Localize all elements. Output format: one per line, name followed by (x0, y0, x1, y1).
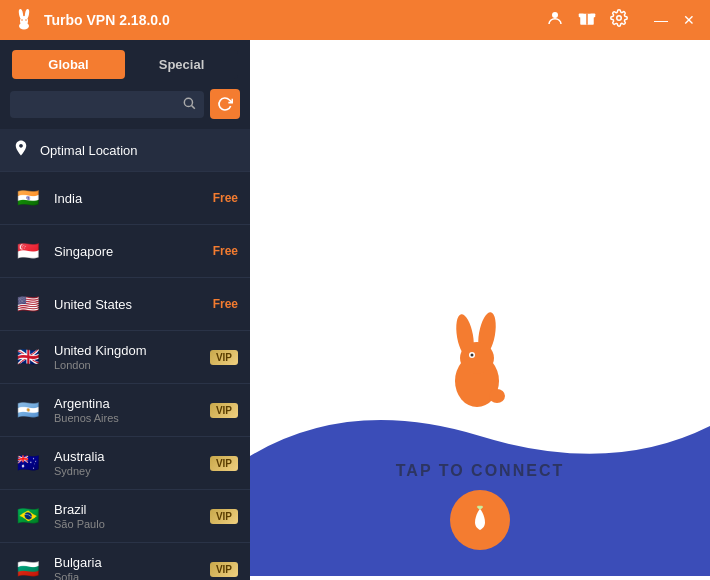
minimize-button[interactable]: — (652, 12, 670, 28)
server-name-singapore: Singapore (54, 244, 203, 259)
svg-point-16 (460, 342, 494, 374)
server-info-bulgaria: Bulgaria Sofia (54, 555, 200, 580)
location-icon (12, 139, 30, 161)
server-sub-uk: London (54, 359, 200, 371)
badge-vip-australia: VIP (210, 456, 238, 471)
server-item-argentina[interactable]: 🇦🇷 Argentina Buenos Aires VIP (0, 384, 250, 437)
badge-free-singapore: Free (213, 244, 238, 258)
server-name-uk: United Kingdom (54, 343, 200, 358)
badge-vip-bulgaria: VIP (210, 562, 238, 577)
server-name-brazil: Brazil (54, 502, 200, 517)
server-name-india: India (54, 191, 203, 206)
server-item-india[interactable]: 🇮🇳 India Free (0, 172, 250, 225)
server-info-us: United States (54, 297, 203, 312)
server-item-singapore[interactable]: 🇸🇬 Singapore Free (0, 225, 250, 278)
server-item-brazil[interactable]: 🇧🇷 Brazil São Paulo VIP (0, 490, 250, 543)
server-sub-argentina: Buenos Aires (54, 412, 200, 424)
search-icon (182, 96, 196, 113)
server-name-australia: Australia (54, 449, 200, 464)
flag-singapore: 🇸🇬 (12, 235, 44, 267)
badge-vip-brazil: VIP (210, 509, 238, 524)
right-panel: TAP TO CONNECT (250, 40, 710, 580)
svg-point-10 (617, 16, 622, 21)
server-name-argentina: Argentina (54, 396, 200, 411)
main-layout: Global Special Optimal Lo (0, 40, 710, 580)
refresh-button[interactable] (210, 89, 240, 119)
server-info-australia: Australia Sydney (54, 449, 200, 477)
server-info-argentina: Argentina Buenos Aires (54, 396, 200, 424)
server-sub-australia: Sydney (54, 465, 200, 477)
gift-icon[interactable] (578, 9, 596, 31)
svg-point-5 (25, 19, 27, 21)
account-icon[interactable] (546, 9, 564, 31)
server-item-bulgaria[interactable]: 🇧🇬 Bulgaria Sofia VIP (0, 543, 250, 580)
search-row (0, 89, 250, 129)
svg-point-6 (552, 12, 558, 18)
server-item-optimal[interactable]: Optimal Location (0, 129, 250, 172)
flag-brazil: 🇧🇷 (12, 500, 44, 532)
server-list[interactable]: Optimal Location 🇮🇳 India Free 🇸🇬 Singap… (0, 129, 250, 580)
tab-bar: Global Special (0, 40, 250, 89)
server-item-australia[interactable]: 🇦🇺 Australia Sydney VIP (0, 437, 250, 490)
server-name-us: United States (54, 297, 203, 312)
connect-button[interactable] (450, 490, 510, 550)
sidebar: Global Special Optimal Lo (0, 40, 250, 580)
badge-free-us: Free (213, 297, 238, 311)
server-sub-brazil: São Paulo (54, 518, 200, 530)
flag-argentina: 🇦🇷 (12, 394, 44, 426)
server-info-brazil: Brazil São Paulo (54, 502, 200, 530)
svg-point-4 (21, 19, 23, 21)
flag-bulgaria: 🇧🇬 (12, 553, 44, 580)
server-info-uk: United Kingdom London (54, 343, 200, 371)
badge-vip-uk: VIP (210, 350, 238, 365)
search-box[interactable] (10, 91, 204, 118)
close-button[interactable]: ✕ (680, 12, 698, 28)
settings-icon[interactable] (610, 9, 628, 31)
toolbar-icons: — ✕ (546, 9, 698, 31)
server-item-uk[interactable]: 🇬🇧 United Kingdom London VIP (0, 331, 250, 384)
server-info-india: India (54, 191, 203, 206)
badge-free-india: Free (213, 191, 238, 205)
flag-uk: 🇬🇧 (12, 341, 44, 373)
flag-india: 🇮🇳 (12, 182, 44, 214)
server-info-optimal: Optimal Location (40, 143, 238, 158)
badge-vip-argentina: VIP (210, 403, 238, 418)
app-title: Turbo VPN 2.18.0.0 (44, 12, 546, 28)
tab-global[interactable]: Global (12, 50, 125, 79)
app-logo (12, 8, 36, 32)
svg-point-11 (184, 98, 192, 106)
server-item-us[interactable]: 🇺🇸 United States Free (0, 278, 250, 331)
server-sub-bulgaria: Sofia (54, 571, 200, 580)
server-name-bulgaria: Bulgaria (54, 555, 200, 570)
flag-us: 🇺🇸 (12, 288, 44, 320)
server-info-singapore: Singapore (54, 244, 203, 259)
server-name-optimal: Optimal Location (40, 143, 238, 158)
svg-line-12 (192, 105, 195, 108)
tab-special[interactable]: Special (125, 50, 238, 79)
svg-point-19 (471, 354, 474, 357)
window-controls: — ✕ (652, 12, 698, 28)
flag-australia: 🇦🇺 (12, 447, 44, 479)
tap-to-connect-label: TAP TO CONNECT (396, 462, 564, 480)
title-bar: Turbo VPN 2.18.0.0 — ✕ (0, 0, 710, 40)
search-input[interactable] (18, 97, 182, 111)
